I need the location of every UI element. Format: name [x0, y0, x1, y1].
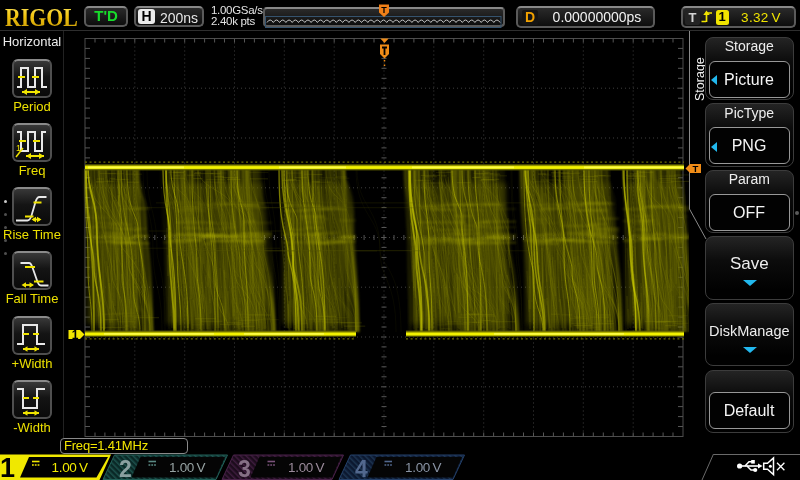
svg-text:1.00 V: 1.00 V — [288, 460, 324, 475]
svg-text:1.00 V: 1.00 V — [52, 460, 88, 475]
svg-text:1: 1 — [72, 328, 79, 342]
svg-text:4: 4 — [355, 456, 368, 480]
svg-text:1.00 V: 1.00 V — [169, 460, 205, 475]
svg-text:3: 3 — [238, 456, 251, 480]
svg-text:T: T — [693, 163, 699, 174]
svg-text:1: 1 — [0, 454, 15, 480]
svg-text:1.00 V: 1.00 V — [405, 460, 441, 475]
svg-text:T: T — [381, 5, 387, 15]
svg-text:2: 2 — [119, 456, 132, 480]
